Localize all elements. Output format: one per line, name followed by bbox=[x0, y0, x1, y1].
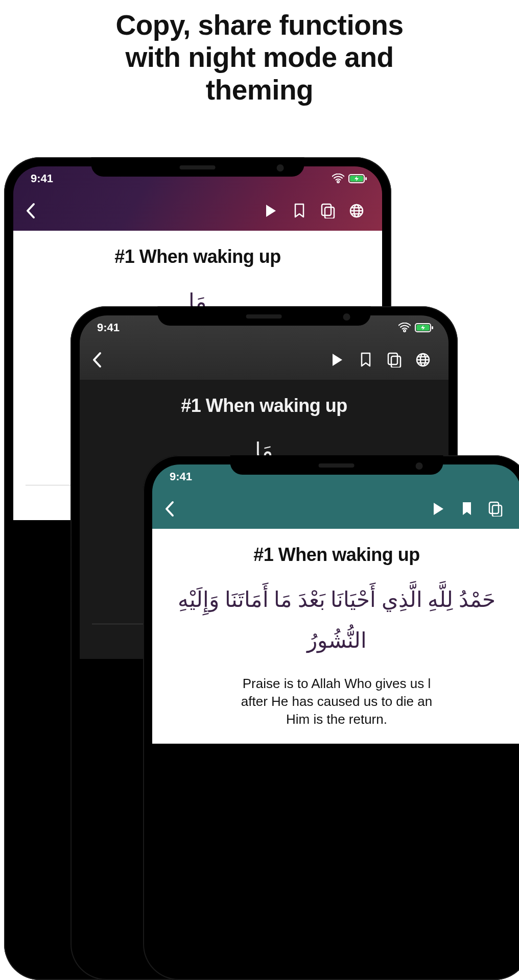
entry-title: #1 When waking up bbox=[92, 395, 436, 416]
play-button[interactable] bbox=[256, 204, 285, 218]
headline-line-1: Copy, share functions bbox=[0, 9, 519, 41]
status-time: 9:41 bbox=[170, 470, 192, 483]
marketing-headline: Copy, share functions with night mode an… bbox=[0, 0, 519, 106]
svg-rect-15 bbox=[492, 505, 502, 517]
back-button[interactable] bbox=[25, 202, 45, 219]
wifi-icon bbox=[398, 323, 411, 333]
battery-charging-icon bbox=[415, 323, 433, 332]
bookmark-button[interactable] bbox=[351, 352, 380, 368]
svg-rect-9 bbox=[432, 326, 433, 329]
toolbar bbox=[152, 489, 519, 529]
toolbar bbox=[80, 340, 449, 380]
play-button[interactable] bbox=[323, 353, 351, 367]
svg-rect-2 bbox=[365, 177, 367, 180]
battery-charging-icon bbox=[348, 174, 367, 183]
entry-title: #1 When waking up bbox=[26, 246, 370, 267]
svg-rect-11 bbox=[391, 356, 400, 368]
back-button[interactable] bbox=[91, 351, 111, 369]
svg-rect-4 bbox=[325, 207, 334, 218]
arabic-text: حَمْدُ لِلَّهِ الَّذِي أَحْيَانَا بَعْدَ… bbox=[164, 580, 509, 662]
toolbar bbox=[13, 191, 382, 231]
phone-mockup-3: 9:41 bbox=[143, 455, 519, 980]
copy-button[interactable] bbox=[314, 203, 342, 218]
copy-button[interactable] bbox=[380, 352, 409, 368]
wifi-icon bbox=[332, 174, 344, 184]
device-notch bbox=[158, 306, 371, 326]
status-time: 9:41 bbox=[97, 321, 120, 334]
content-area: #1 When waking up حَمْدُ لِلَّهِ الَّذِي… bbox=[152, 529, 519, 744]
headline-line-2: with night mode and bbox=[0, 41, 519, 74]
entry-title: #1 When waking up bbox=[164, 544, 509, 566]
svg-rect-10 bbox=[388, 353, 397, 364]
back-button[interactable] bbox=[163, 500, 184, 518]
device-notch bbox=[230, 455, 443, 475]
status-time: 9:41 bbox=[31, 172, 53, 185]
bookmark-button[interactable] bbox=[285, 203, 314, 218]
svg-rect-14 bbox=[489, 502, 499, 513]
english-translation: Praise is to Allah Who gives us l after … bbox=[164, 675, 509, 728]
headline-line-3: theming bbox=[0, 74, 519, 106]
copy-button[interactable] bbox=[481, 501, 510, 517]
bookmark-button[interactable] bbox=[453, 501, 481, 517]
device-notch bbox=[91, 157, 304, 177]
language-button[interactable] bbox=[409, 352, 437, 368]
play-button[interactable] bbox=[424, 502, 453, 516]
language-button[interactable] bbox=[342, 203, 371, 218]
